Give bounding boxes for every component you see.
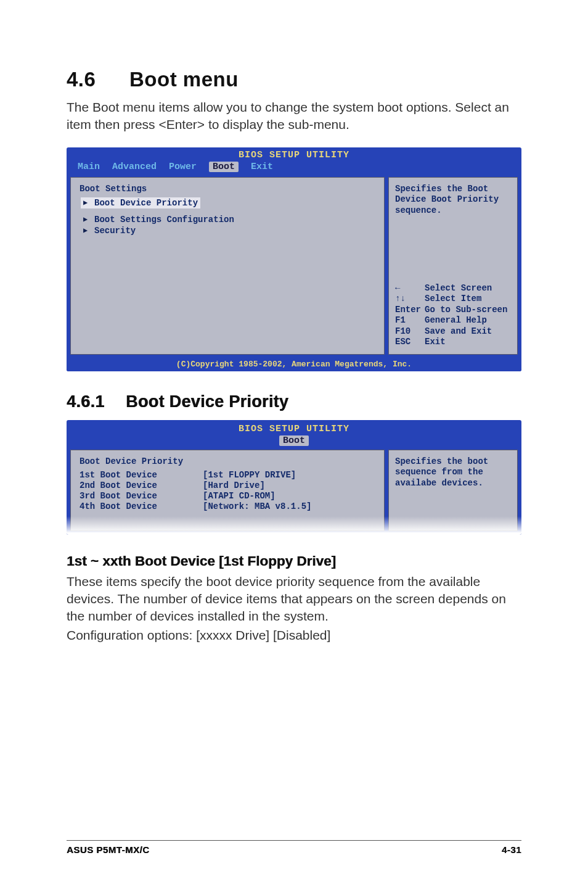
menu-boot-settings-config[interactable]: ▶ Boot Settings Configuration (83, 215, 375, 225)
menu-security[interactable]: ▶ Security (83, 226, 375, 236)
intro-paragraph: The Boot menu items allow you to change … (67, 99, 521, 134)
row-4-label[interactable]: 4th Boot Device (80, 501, 203, 511)
bios-utility-title: BIOS SETUP UTILITY (67, 147, 521, 160)
subheading-title: Boot Device Priority (126, 392, 288, 411)
key-esc: ESC (395, 337, 425, 348)
triangle-icon: ▶ (83, 198, 89, 207)
subheading-number: 4.6.1 (67, 392, 126, 411)
row-2-label[interactable]: 2nd Boot Device (80, 481, 203, 490)
heading-title: Boot menu (129, 68, 239, 91)
key-desc: Exit (425, 337, 446, 347)
key-enter: Enter (395, 305, 425, 316)
bios-tab-bar: Boot (67, 434, 521, 450)
config-paragraph: These items specify the boot device prio… (67, 573, 521, 625)
footer-left: ASUS P5MT-MX/C (67, 844, 150, 855)
row-4-value[interactable]: [Network: MBA v8.1.5] (203, 501, 375, 511)
arrow-up-down-icon (395, 294, 425, 305)
key-desc: Select Screen (425, 283, 492, 293)
key-f10: F10 (395, 326, 425, 337)
row-1-value[interactable]: [1st FLOPPY DRIVE] (203, 470, 375, 480)
tab-main[interactable]: Main (78, 162, 100, 172)
heading-number: 4.6 (67, 68, 129, 91)
key-f1: F1 (395, 315, 425, 326)
bios-screenshot-boot-device-priority: BIOS SETUP UTILITY Boot Boot Device Prio… (67, 420, 521, 535)
menu-label: Boot Settings Configuration (94, 215, 234, 225)
bios-help-pane: Specifies the boot sequence from the ava… (388, 450, 518, 531)
page-footer: ASUS P5MT-MX/C 4-31 (67, 840, 521, 855)
section-title: Boot Device Priority (80, 456, 375, 466)
menu-label: Security (94, 226, 136, 236)
key-desc: General Help (425, 315, 487, 325)
menu-boot-device-priority[interactable]: ▶ Boot Device Priority (81, 197, 200, 208)
config-options: Configuration options: [xxxxx Drive] [Di… (67, 627, 521, 644)
footer-right: 4-31 (502, 844, 521, 855)
help-description: Specifies the boot sequence from the ava… (395, 456, 511, 489)
bios-help-pane: Specifies the Boot Device Boot Priority … (388, 177, 518, 355)
key-desc: Save and Exit (425, 326, 492, 336)
menu-label: Boot Device Priority (94, 198, 198, 208)
help-description: Specifies the Boot Device Boot Priority … (395, 184, 511, 217)
triangle-icon: ▶ (83, 226, 89, 235)
row-3-value[interactable]: [ATAPI CD-ROM] (203, 491, 375, 501)
bios-tab-bar: Main Advanced Power Boot Exit (67, 160, 521, 177)
tab-advanced[interactable]: Advanced (112, 162, 157, 172)
help-key-list: Select Screen Select Item EnterGo to Sub… (395, 283, 511, 348)
key-desc: Select Item (425, 294, 481, 303)
row-1-label[interactable]: 1st Boot Device (80, 470, 203, 480)
key-desc: Go to Sub-screen (425, 305, 507, 315)
bios-left-pane: Boot Device Priority 1st Boot Device[1st… (70, 450, 385, 531)
subheading-4-6-1: 4.6.1Boot Device Priority (67, 392, 521, 411)
tab-boot[interactable]: Boot (209, 162, 239, 172)
row-3-label[interactable]: 3rd Boot Device (80, 491, 203, 501)
arrow-left-right-icon (395, 283, 425, 294)
bios-copyright: (C)Copyright 1985-2002, American Megatre… (67, 358, 521, 371)
bios-left-pane: Boot Settings ▶ Boot Device Priority ▶ B… (70, 177, 385, 355)
tab-exit[interactable]: Exit (251, 162, 273, 172)
bios-screenshot-boot-settings: BIOS SETUP UTILITY Main Advanced Power B… (67, 147, 521, 371)
triangle-icon: ▶ (83, 215, 89, 224)
tab-boot[interactable]: Boot (279, 435, 309, 446)
tab-power[interactable]: Power (169, 162, 197, 172)
subheading-boot-device-config: 1st ~ xxth Boot Device [1st Floppy Drive… (67, 553, 521, 569)
bios-utility-title: BIOS SETUP UTILITY (67, 420, 521, 434)
heading-boot-menu: 4.6Boot menu (67, 68, 521, 91)
row-2-value[interactable]: [Hard Drive] (203, 481, 375, 490)
boot-settings-title: Boot Settings (80, 184, 375, 194)
